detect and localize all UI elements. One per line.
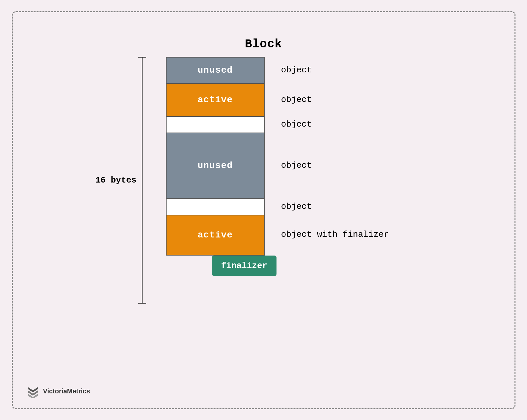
logo: VictoriaMetrics	[26, 384, 90, 398]
logo-text: VictoriaMetrics	[43, 387, 90, 395]
ruler-line	[142, 58, 143, 303]
segment-empty-2	[167, 199, 264, 215]
segment-unused-large: unused	[167, 133, 264, 199]
object-label-3: object	[281, 116, 389, 133]
block-and-labels: 16 bytes unused active	[138, 57, 389, 304]
segment-active-1-label: active	[198, 95, 233, 105]
diagram-area: Block 16 bytes unused active	[116, 37, 412, 383]
block-title: Block	[245, 37, 282, 51]
finalizer-box: finalizer	[212, 256, 277, 276]
finalizer-label: finalizer	[221, 261, 267, 271]
labels-column: object object object object object	[281, 57, 389, 254]
block: unused active unused	[166, 57, 265, 256]
segment-unused-large-label: unused	[198, 161, 233, 171]
ruler: 16 bytes	[138, 57, 146, 304]
object-label-6: object with finalizer	[281, 215, 389, 254]
object-label-5: object	[281, 198, 389, 215]
bytes-label: 16 bytes	[95, 175, 137, 185]
segment-empty-1	[167, 117, 264, 133]
object-label-4: object	[281, 133, 389, 198]
object-label-1: object	[281, 57, 389, 83]
segment-unused-top: unused	[167, 58, 264, 84]
ruler-bottom-cap	[138, 303, 146, 304]
outer-frame: Block 16 bytes unused active	[12, 11, 515, 409]
segment-active-2: active	[167, 215, 264, 255]
segment-active-1: active	[167, 84, 264, 117]
object-label-2: object	[281, 83, 389, 116]
segment-active-2-label: active	[198, 230, 233, 240]
segment-unused-top-label: unused	[198, 65, 233, 75]
victoriametrics-logo-icon	[26, 384, 40, 398]
